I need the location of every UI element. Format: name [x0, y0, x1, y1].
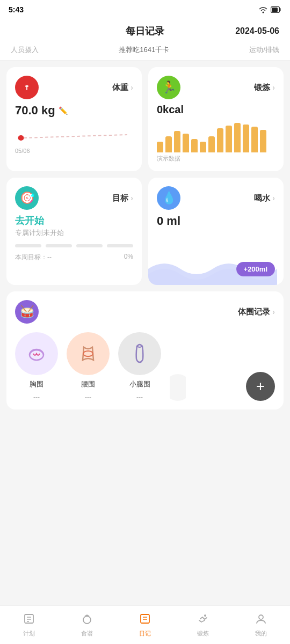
- sub-header-center: 推荐吃1641千卡: [119, 45, 169, 55]
- goal-title[interactable]: 目标 ›: [112, 193, 133, 203]
- bar-item: [243, 125, 249, 152]
- exercise-nav-icon: [197, 613, 209, 628]
- progress-bars: [15, 244, 133, 247]
- calf-icon-circle: [118, 332, 161, 375]
- header-title: 每日记录: [126, 25, 164, 38]
- body-title[interactable]: 体围记录 ›: [238, 307, 275, 317]
- sub-header-right: 运动/排钱: [249, 45, 279, 55]
- diary-nav-icon: [139, 613, 151, 628]
- progress-seg-1: [15, 244, 41, 247]
- water-title[interactable]: 喝水 ›: [254, 193, 275, 203]
- water-icon: 💧: [157, 186, 180, 210]
- weight-title[interactable]: 体重 ›: [112, 83, 133, 93]
- battery-icon: [271, 6, 281, 13]
- svg-point-5: [18, 135, 24, 141]
- wifi-icon: [259, 6, 267, 13]
- plan-nav-icon: [23, 613, 35, 628]
- chart-date: 05/06: [15, 148, 133, 154]
- water-card[interactable]: 💧 喝水 › 0 ml +200ml: [148, 178, 284, 285]
- body-item-waist[interactable]: 腰围 ---: [67, 332, 110, 401]
- nav-label-plan: 计划: [23, 630, 35, 638]
- card-row-1: 体重 › 70.0 kg ✏️ 05/06 🏃: [6, 67, 284, 171]
- bar-item: [260, 130, 266, 152]
- svg-point-13: [83, 616, 91, 624]
- bar-item: [234, 123, 241, 152]
- demo-label: 演示数据: [157, 155, 275, 163]
- recipe-nav-icon: [81, 613, 93, 628]
- weight-card-header: 体重 ›: [15, 76, 133, 99]
- body-arrow: ›: [272, 308, 275, 316]
- nav-label-recipe: 食谱: [81, 630, 93, 638]
- exercise-value: 0kcal: [157, 104, 275, 116]
- edit-icon[interactable]: ✏️: [59, 106, 68, 115]
- weight-arrow: ›: [130, 83, 133, 92]
- status-time: 5:43: [9, 5, 24, 14]
- bottom-nav: 计划 食谱 日记 锻炼 我的: [0, 605, 290, 644]
- bar-item: [251, 127, 258, 152]
- weight-card[interactable]: 体重 › 70.0 kg ✏️ 05/06: [6, 67, 142, 171]
- nav-item-diary[interactable]: 日记: [116, 613, 174, 638]
- svg-rect-15: [141, 614, 149, 623]
- body-item-chest[interactable]: 胸围 ---: [15, 332, 58, 401]
- goal-card-header: 🎯 目标 ›: [15, 186, 133, 210]
- extra-icon-circle: [170, 374, 186, 401]
- goal-sub: 专属计划未开始: [15, 228, 133, 238]
- waist-value: ---: [85, 393, 91, 401]
- add-water-button[interactable]: +200ml: [236, 262, 275, 276]
- chest-value: ---: [33, 393, 40, 401]
- nav-label-diary: 日记: [139, 630, 151, 638]
- status-bar: 5:43: [0, 0, 290, 19]
- waist-label: 腰围: [81, 379, 95, 389]
- body-card[interactable]: 🥁 体围记录 › 胸围 ---: [6, 291, 284, 409]
- svg-point-19: [259, 615, 263, 619]
- weight-icon: [15, 76, 39, 99]
- status-icons: [259, 6, 281, 13]
- chest-label: 胸围: [30, 379, 44, 389]
- bar-item: [157, 142, 163, 152]
- bar-item: [183, 134, 189, 152]
- bar-item: [208, 136, 215, 152]
- goal-card[interactable]: 🎯 目标 › 去开始 专属计划未开始 本周目标：-- 0%: [6, 178, 142, 285]
- progress-seg-2: [46, 244, 72, 247]
- exercise-title[interactable]: 锻炼 ›: [254, 83, 275, 93]
- goal-footer: 本周目标：-- 0%: [15, 253, 133, 262]
- main-content: 体重 › 70.0 kg ✏️ 05/06 🏃: [0, 61, 290, 452]
- waist-icon-circle: [67, 332, 110, 375]
- svg-rect-4: [26, 86, 27, 90]
- goal-week: 本周目标：--: [15, 253, 52, 262]
- chest-icon-circle: [15, 332, 58, 375]
- add-fab-button[interactable]: +: [246, 372, 275, 401]
- water-arrow: ›: [272, 194, 275, 202]
- exercise-card[interactable]: 🏃 锻炼 › 0kcal 演示数据: [148, 67, 284, 171]
- bar-item: [200, 142, 206, 152]
- calf-label: 小腿围: [129, 379, 150, 389]
- svg-line-6: [24, 135, 128, 138]
- bar-item: [217, 128, 223, 152]
- svg-point-18: [204, 614, 206, 617]
- water-card-header: 💧 喝水 ›: [157, 186, 275, 210]
- header-date: 2024-05-06: [235, 26, 279, 36]
- sub-header: 人员摄入 推荐吃1641千卡 运动/排钱: [0, 42, 290, 61]
- body-icons-row: 胸围 --- 腰围 ---: [15, 332, 275, 401]
- exercise-card-header: 🏃 锻炼 ›: [157, 76, 275, 99]
- exercise-icon: 🏃: [157, 76, 180, 99]
- calf-value: ---: [136, 393, 143, 401]
- goal-arrow: ›: [130, 194, 133, 202]
- progress-seg-3: [76, 244, 103, 247]
- nav-item-recipe[interactable]: 食谱: [58, 613, 116, 638]
- weight-chart: 05/06: [15, 123, 133, 150]
- exercise-arrow: ›: [272, 83, 275, 92]
- bar-item: [165, 136, 172, 152]
- body-item-calf[interactable]: 小腿围 ---: [118, 332, 161, 401]
- bar-item: [174, 131, 180, 152]
- body-icon: 🥁: [15, 300, 39, 324]
- svg-point-8: [83, 351, 93, 356]
- nav-item-exercise[interactable]: 锻炼: [174, 613, 232, 638]
- progress-seg-4: [107, 244, 133, 247]
- nav-label-profile: 我的: [255, 630, 267, 638]
- svg-rect-1: [272, 8, 278, 12]
- nav-item-plan[interactable]: 计划: [0, 613, 58, 638]
- goal-icon: 🎯: [15, 186, 39, 210]
- goal-start[interactable]: 去开始: [15, 214, 133, 227]
- nav-item-profile[interactable]: 我的: [232, 613, 290, 638]
